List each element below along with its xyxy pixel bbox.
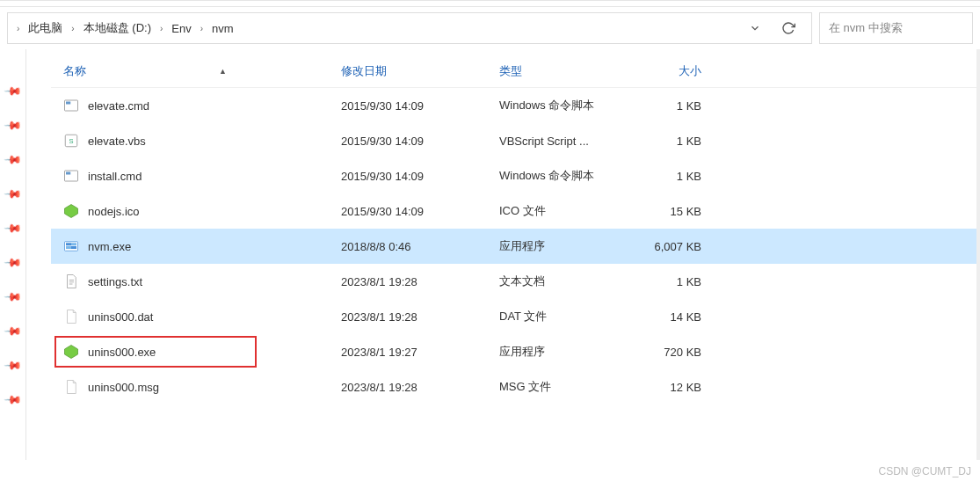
file-row[interactable]: nvm.exe2018/8/8 0:46应用程序6,007 KB	[51, 229, 980, 264]
column-headers[interactable]: 名称 ▲ 修改日期 类型 大小	[51, 55, 980, 88]
pin-icon[interactable]: 📌	[4, 150, 23, 170]
file-icon	[63, 379, 79, 395]
file-type: MSG 文件	[499, 379, 631, 395]
nav-pane[interactable]: 📌 📌 📌 📌 📌 📌 📌 📌 📌 📌	[0, 49, 26, 460]
file-name: unins000.dat	[88, 310, 153, 324]
file-size: 12 KB	[631, 381, 710, 394]
svg-marker-15	[65, 346, 78, 359]
main-area: 📌 📌 📌 📌 📌 📌 📌 📌 📌 📌 名称 ▲ 修改日期 类型 大小 elev…	[0, 49, 980, 460]
file-icon	[63, 203, 79, 219]
search-input[interactable]: 在 nvm 中搜索	[819, 12, 973, 44]
breadcrumb-item[interactable]: 本地磁盘 (D:)	[78, 17, 156, 40]
file-rows: elevate.cmd2015/9/30 14:09Windows 命令脚本1 …	[51, 88, 980, 404]
file-date: 2018/8/8 0:46	[341, 240, 499, 253]
pin-icon[interactable]: 📌	[4, 322, 23, 341]
file-name: nodejs.ico	[88, 205, 140, 218]
breadcrumb-item[interactable]: 此电脑	[23, 17, 68, 40]
file-size: 6,007 KB	[631, 240, 710, 253]
pin-icon[interactable]: 📌	[4, 82, 23, 101]
chevron-right-icon[interactable]: ›	[68, 24, 77, 33]
file-row[interactable]: unins000.dat2023/8/1 19:28DAT 文件14 KB	[51, 299, 980, 334]
file-date: 2015/9/30 14:09	[341, 99, 499, 113]
header-type[interactable]: 类型	[499, 63, 631, 79]
file-date: 2015/9/30 14:09	[341, 205, 499, 218]
file-size: 1 KB	[631, 275, 710, 288]
file-type: 文本文档	[499, 273, 631, 289]
breadcrumb-item[interactable]: nvm	[207, 18, 239, 39]
pin-icon[interactable]: 📌	[4, 185, 23, 204]
file-type: ICO 文件	[499, 203, 631, 219]
file-type: Windows 命令脚本	[499, 168, 631, 184]
svg-rect-8	[66, 243, 71, 245]
file-date: 2023/8/1 19:27	[341, 346, 499, 359]
sort-indicator-icon: ▲	[219, 67, 227, 76]
file-row[interactable]: elevate.cmd2015/9/30 14:09Windows 命令脚本1 …	[51, 88, 980, 123]
file-row[interactable]: unins000.exe2023/8/1 19:27应用程序720 KB	[51, 334, 980, 369]
file-size: 15 KB	[631, 205, 710, 218]
file-name: elevate.cmd	[88, 99, 149, 113]
file-date: 2015/9/30 14:09	[341, 135, 499, 148]
file-name: nvm.exe	[88, 240, 131, 253]
refresh-button[interactable]	[780, 19, 797, 37]
file-row[interactable]: unins000.msg2023/8/1 19:28MSG 文件12 KB	[51, 369, 980, 404]
pin-icon[interactable]: 📌	[4, 116, 23, 135]
file-icon	[63, 168, 79, 184]
file-name: elevate.vbs	[88, 135, 146, 148]
pin-icon[interactable]: 📌	[4, 253, 23, 273]
file-row[interactable]: Selevate.vbs2015/9/30 14:09VBScript Scri…	[51, 123, 980, 158]
file-icon	[63, 98, 79, 113]
file-date: 2023/8/1 19:28	[341, 310, 499, 324]
svg-rect-5	[66, 172, 70, 175]
file-type: DAT 文件	[499, 309, 631, 324]
file-type: VBScript Script ...	[499, 135, 631, 148]
breadcrumb[interactable]: › 此电脑 › 本地磁盘 (D:) › Env › nvm	[7, 12, 812, 44]
file-name: install.cmd	[88, 170, 142, 183]
file-size: 1 KB	[631, 135, 710, 148]
file-row[interactable]: install.cmd2015/9/30 14:09Windows 命令脚本1 …	[51, 158, 980, 193]
svg-rect-1	[66, 102, 70, 105]
file-icon: S	[63, 133, 79, 149]
file-date: 2023/8/1 19:28	[341, 275, 499, 288]
header-date[interactable]: 修改日期	[341, 63, 499, 79]
file-date: 2023/8/1 19:28	[341, 381, 499, 394]
file-name: unins000.exe	[88, 346, 156, 359]
chevron-right-icon[interactable]: ›	[156, 24, 166, 33]
address-bar-row: › 此电脑 › 本地磁盘 (D:) › Env › nvm 在 nvm 中搜索	[0, 7, 980, 49]
file-name: settings.txt	[88, 275, 142, 288]
file-list: 名称 ▲ 修改日期 类型 大小 elevate.cmd2015/9/30 14:…	[26, 49, 980, 460]
pin-icon[interactable]: 📌	[4, 390, 23, 410]
file-icon	[63, 309, 79, 324]
header-size[interactable]: 大小	[631, 63, 710, 79]
scrollbar[interactable]	[976, 49, 980, 460]
svg-rect-9	[71, 243, 76, 245]
file-icon	[63, 238, 79, 254]
pin-icon[interactable]: 📌	[4, 219, 23, 238]
file-type: 应用程序	[499, 344, 631, 360]
file-size: 14 KB	[631, 310, 710, 324]
file-icon	[63, 344, 79, 360]
chevron-right-icon[interactable]: ›	[13, 24, 23, 33]
pin-icon[interactable]: 📌	[4, 288, 23, 307]
file-type: 应用程序	[499, 238, 631, 254]
pin-icon[interactable]: 📌	[4, 356, 23, 375]
watermark: CSDN @CUMT_DJ	[878, 465, 971, 477]
file-type: Windows 命令脚本	[499, 98, 631, 113]
file-icon	[63, 273, 79, 289]
file-row[interactable]: nodejs.ico2015/9/30 14:09ICO 文件15 KB	[51, 193, 980, 229]
file-size: 720 KB	[631, 346, 710, 359]
file-size: 1 KB	[631, 99, 710, 113]
header-name-label: 名称	[63, 63, 86, 79]
file-size: 1 KB	[631, 170, 710, 183]
header-name[interactable]: 名称 ▲	[51, 63, 341, 79]
svg-text:S: S	[69, 137, 73, 145]
svg-rect-10	[66, 246, 71, 249]
file-row[interactable]: settings.txt2023/8/1 19:28文本文档1 KB	[51, 264, 980, 299]
file-name: unins000.msg	[88, 381, 159, 394]
breadcrumb-item[interactable]: Env	[166, 18, 196, 39]
file-date: 2015/9/30 14:09	[341, 170, 499, 183]
chevron-right-icon[interactable]: ›	[197, 24, 207, 33]
svg-rect-11	[71, 246, 76, 249]
history-dropdown[interactable]	[746, 19, 764, 37]
svg-marker-6	[65, 205, 78, 218]
search-placeholder: 在 nvm 中搜索	[829, 20, 903, 36]
